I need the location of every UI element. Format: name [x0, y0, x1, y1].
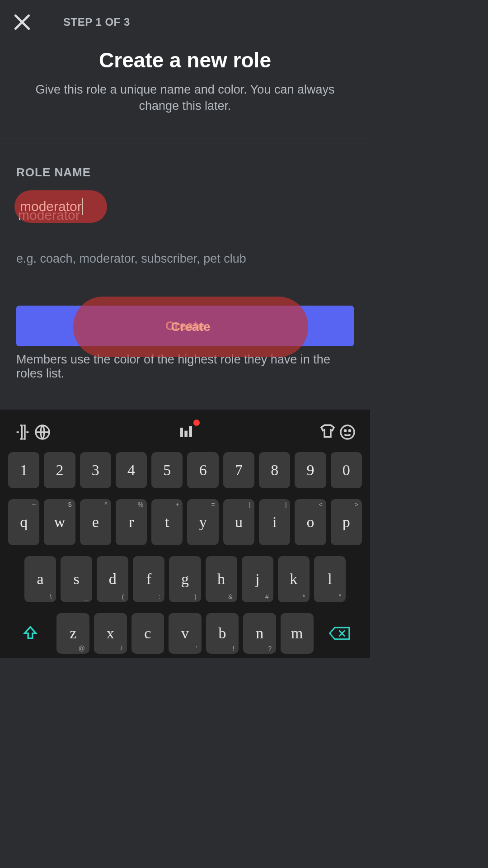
key-x[interactable]: x/: [94, 613, 127, 654]
key-t[interactable]: +t: [151, 499, 183, 545]
key-m[interactable]: m: [281, 613, 314, 654]
key-i[interactable]: ]i: [259, 499, 290, 545]
key-0[interactable]: 0: [331, 452, 362, 488]
key-e[interactable]: ^e: [80, 499, 111, 545]
globe-icon[interactable]: [33, 422, 52, 442]
svg-point-6: [349, 430, 350, 431]
key-l[interactable]: l": [314, 556, 346, 602]
key-w[interactable]: $w: [44, 499, 75, 545]
text-cursor: [82, 198, 83, 215]
theme-shirt-icon[interactable]: [318, 422, 338, 442]
close-icon[interactable]: [13, 13, 32, 32]
key-h[interactable]: h&: [206, 556, 237, 602]
key-s[interactable]: s_: [61, 556, 92, 602]
key-v[interactable]: v': [169, 613, 202, 654]
role-name-label: ROLE NAME: [16, 165, 354, 179]
roles-footer-note: Members use the color of the highest rol…: [16, 353, 354, 381]
key-q[interactable]: ~q: [8, 499, 39, 545]
create-button-label-base: Create: [165, 319, 205, 333]
key-k[interactable]: k*: [278, 556, 310, 602]
key-3[interactable]: 3: [80, 452, 111, 488]
key-8[interactable]: 8: [259, 452, 290, 488]
key-u[interactable]: [u: [223, 499, 254, 545]
key-r[interactable]: %r: [116, 499, 147, 545]
text-cursor-tool-icon[interactable]: [13, 422, 33, 442]
emoji-icon[interactable]: [338, 422, 357, 442]
key-b[interactable]: b!: [206, 613, 239, 654]
key-g[interactable]: g): [169, 556, 201, 602]
step-indicator: STEP 1 OF 3: [63, 16, 130, 28]
key-o[interactable]: <o: [295, 499, 326, 545]
input-highlight-overlay: moderator: [14, 190, 107, 223]
key-c[interactable]: c: [131, 613, 164, 654]
svg-point-5: [344, 430, 346, 431]
key-z[interactable]: z@: [56, 613, 89, 654]
keyboard-app-icon[interactable]: [175, 422, 195, 442]
key-9[interactable]: 9: [295, 452, 326, 488]
key-d[interactable]: d(: [97, 556, 128, 602]
key-n[interactable]: n?: [243, 613, 276, 654]
key-6[interactable]: 6: [187, 452, 218, 488]
key-p[interactable]: >p: [331, 499, 362, 545]
key-f[interactable]: f:: [133, 556, 164, 602]
svg-rect-2: [184, 431, 188, 437]
key-4[interactable]: 4: [116, 452, 147, 488]
key-1[interactable]: 1: [8, 452, 39, 488]
svg-rect-3: [189, 426, 192, 437]
create-button[interactable]: Create: [16, 306, 354, 346]
role-name-value: moderator: [20, 199, 82, 214]
notification-dot-icon: [193, 420, 200, 426]
page-subtitle: Give this role a unique name and color. …: [18, 81, 352, 114]
key-y[interactable]: =y: [187, 499, 218, 545]
soft-keyboard: 1234567890 ~q$w^e%r+t=y[u]i<o>p a\s_d(f:…: [0, 410, 370, 658]
key-7[interactable]: 7: [223, 452, 254, 488]
shift-key[interactable]: [8, 625, 52, 642]
key-2[interactable]: 2: [44, 452, 75, 488]
key-a[interactable]: a\: [24, 556, 56, 602]
key-j[interactable]: j#: [242, 556, 273, 602]
backspace-key[interactable]: [318, 626, 362, 641]
role-name-hint: e.g. coach, moderator, subscriber, pet c…: [16, 252, 354, 266]
page-title: Create a new role: [18, 48, 352, 72]
key-5[interactable]: 5: [151, 452, 183, 488]
svg-point-4: [341, 425, 354, 439]
svg-rect-1: [180, 428, 183, 437]
